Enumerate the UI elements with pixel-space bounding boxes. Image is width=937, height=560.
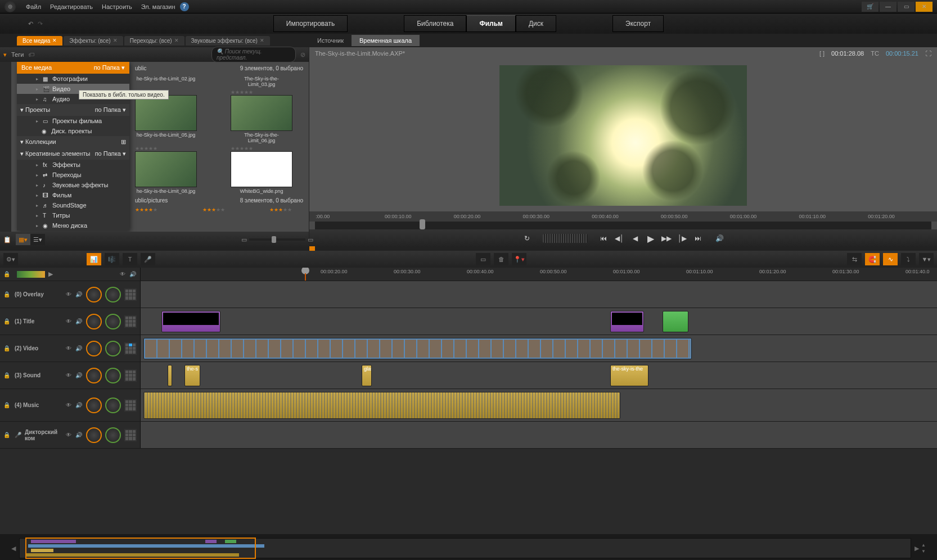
lock-icon[interactable]: 🔒 [3,345,11,351]
view-thumbnails-button[interactable]: ▦▾ [16,234,30,245]
rating-stars[interactable]: ★★★★★ [269,207,303,213]
close-icon[interactable]: ✕ [52,38,57,43]
track-body-title[interactable] [141,308,937,335]
track-body-video[interactable] [141,335,937,362]
timecode-position[interactable]: 00:00:15.21 [886,50,918,57]
track-name[interactable]: (0) Overlay [15,291,48,297]
volume-knob[interactable] [86,398,102,413]
mode-library[interactable]: Библиотека [404,15,466,32]
view-list-button[interactable]: ☰▾ [30,234,45,245]
pan-knob[interactable] [105,314,121,329]
magnet-icon[interactable]: 🧲 [865,253,880,265]
eye-icon[interactable]: 👁 [65,372,73,380]
track-body-sound[interactable]: the-s glas the-sky-is-the [141,362,937,389]
search-clear-icon[interactable]: ⊘ [300,51,305,58]
close-button[interactable]: ✕ [916,2,933,12]
maximize-button[interactable]: ▭ [898,2,915,12]
volume-icon[interactable]: 🔊 [714,233,725,244]
thumbnail[interactable]: ★★★★★ [202,207,236,213]
step-forward-icon[interactable]: │▶ [677,233,688,244]
tree-item-titles[interactable]: ▸TТитры [17,210,129,220]
track-name[interactable]: (1) Title [15,318,48,324]
clip-title[interactable] [610,311,644,332]
lock-icon[interactable]: 🔒 [3,402,11,408]
volume-knob[interactable] [86,341,102,356]
loop-icon[interactable]: ↻ [521,233,533,244]
volume-knob[interactable] [86,287,102,302]
pan-knob[interactable] [105,427,121,443]
cart-icon[interactable]: 🛒 [862,2,879,12]
help-icon[interactable]: ? [180,2,189,11]
preview-viewport[interactable] [309,60,937,211]
preview-ruler[interactable]: :00.00 00:00:10.00 00:00:20.00 00:00:30.… [309,211,937,222]
tree-item-photos[interactable]: ▸▦Фотографии [17,74,129,84]
rating-stars[interactable]: ★★★★★ [231,146,292,151]
tree-section-collections[interactable]: ▾ Коллекции⊞ [17,136,129,148]
expand-icon[interactable]: ▶ [48,270,53,278]
volume-knob[interactable] [86,427,102,443]
eye-icon[interactable]: 👁 [65,291,73,299]
surround-panner[interactable] [124,342,137,355]
overview-selection[interactable] [25,538,256,559]
tree-item-sound-effects[interactable]: ▸♪Звуковые эффекты [17,180,129,190]
step-back-icon[interactable]: ◀│ [614,233,625,244]
track-name[interactable]: (4) Music [15,402,48,408]
track-body-narration[interactable] [141,422,937,448]
mode-import[interactable]: Импортировать [273,15,348,32]
clip-title[interactable] [663,311,688,332]
lock-icon[interactable]: 🔒 [3,291,11,297]
tree-item-movie-projects[interactable]: ▸▭Проекты фильма [17,116,129,126]
scroll-left-icon[interactable]: ◀ [11,545,16,552]
minimize-button[interactable]: — [880,2,897,12]
undo-icon[interactable]: ↶ [28,20,33,28]
pan-knob[interactable] [105,341,121,356]
clip-sound[interactable] [168,365,172,386]
tree-section-projects[interactable]: ▾ Проектыпо Папка ▾ [17,104,129,116]
tree-header-all-media[interactable]: Все медиапо Папка ▾ [17,62,129,74]
playhead[interactable] [301,268,309,274]
fullscreen-icon[interactable]: ⛶ [925,50,931,57]
pan-knob[interactable] [105,368,121,383]
nav-dropdown-icon[interactable]: ▾ [3,51,7,58]
close-icon[interactable]: ✕ [174,38,179,43]
preview-tab-timeline[interactable]: Временная шкала [352,35,420,46]
thumbnail-size-slider[interactable]: ▭▭ [249,238,305,241]
zoom-out-icon[interactable]: ▼ [921,549,926,554]
pan-knob[interactable] [105,287,121,302]
speaker-icon[interactable]: 🔊 [75,401,83,409]
thumbnail[interactable]: ★★★★★he-Sky-is-the-Limit_08.jpg [135,146,197,194]
settings-icon[interactable]: ⚙▾ [3,253,18,265]
speaker-icon[interactable]: 🔊 [75,372,83,380]
rating-stars[interactable]: ★★★★★ [135,207,169,213]
eye-icon[interactable]: 👁 [65,345,73,353]
overwrite-mode-icon[interactable]: ▼▾ [919,253,934,265]
track-body-music[interactable] [141,389,937,421]
clip-sound[interactable]: glas [362,365,372,386]
tool-title[interactable]: T [123,253,137,265]
lib-tab-soundfx[interactable]: Звуковые эффекты: (все)✕ [186,36,270,46]
redo-icon[interactable]: ↷ [38,20,43,28]
mode-disc[interactable]: Диск [516,15,556,32]
insert-mode-icon[interactable]: ⤵ [901,253,916,265]
thumbnail[interactable]: ★★★★★WhiteBG_wide.png [231,146,292,194]
clip-title[interactable] [161,311,220,332]
thumbnail[interactable]: he-Sky-is-the-Limit_02.jpg [135,75,197,87]
menu-file[interactable]: Файл [21,3,46,10]
menu-setup[interactable]: Настроить [97,3,137,10]
thumbnail[interactable]: ★★★★★The-Sky-is-the-Limit_06.jpg [231,89,292,143]
play-icon[interactable]: ▶ [645,233,656,244]
fast-forward-icon[interactable]: ▶▶ [661,233,672,244]
preview-scrubber[interactable] [315,222,931,229]
tree-item-effects[interactable]: ▸fxЭффекты [17,160,129,170]
marker-icon[interactable]: 📍▾ [512,253,526,265]
track-body-overlay[interactable] [141,281,937,308]
surround-panner[interactable] [124,288,137,301]
clip-sound[interactable]: the-sky-is-the [610,365,648,386]
speaker-icon[interactable]: 🔊 [75,431,83,439]
thumbnail[interactable]: The-Sky-is-the-Limit_03.jpg [231,75,292,87]
link-icon[interactable]: ∿ [883,253,898,265]
thumbnail[interactable]: ★★★★★ [269,207,303,213]
rating-stars[interactable]: ★★★★★ [231,89,292,95]
menu-store[interactable]: Эл. магазин [137,3,180,10]
tree-section-creative[interactable]: ▾ Креативные элементыпо Папка ▾ [17,148,129,160]
